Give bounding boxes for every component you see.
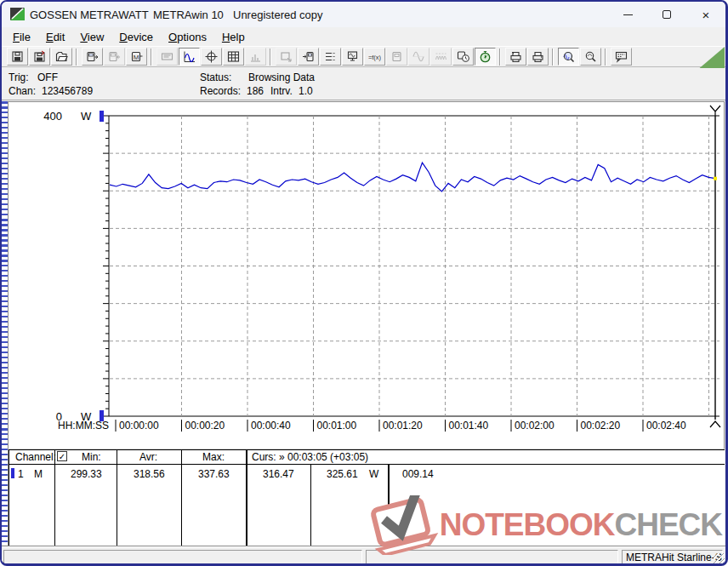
- save-disk-icon: [11, 50, 24, 63]
- open-folder-button[interactable]: [51, 48, 72, 66]
- formula-icon: =f(x): [368, 50, 381, 63]
- device-read-icon: [86, 50, 99, 63]
- cell-max: 337.63: [198, 468, 229, 480]
- zoom-signal-button[interactable]: [558, 48, 579, 66]
- save-disk-as-button[interactable]: [29, 48, 50, 66]
- device-config-icon: [390, 50, 403, 63]
- app-icon: [10, 8, 25, 20]
- close-button[interactable]: ×: [686, 2, 725, 27]
- svg-text:00:01:40: 00:01:40: [449, 420, 489, 432]
- device-config-button: [386, 48, 407, 66]
- resize-grip[interactable]: [714, 553, 725, 564]
- device-send-button[interactable]: [298, 48, 319, 66]
- app-window: GOSSEN METRAWATT METRAwin 10 Unregistere…: [0, 0, 728, 566]
- channel-table: Channel: ✓ Min: Avr: Max: Curs: » 00:03:…: [8, 449, 725, 546]
- tooltip-bubble-icon: [615, 50, 628, 63]
- print-button[interactable]: [527, 48, 549, 66]
- menu-view[interactable]: View: [72, 29, 111, 45]
- svg-text:M: M: [133, 54, 139, 61]
- menu-device[interactable]: Device: [111, 29, 161, 45]
- col-header-max: Max:: [202, 451, 225, 463]
- channel-checkbox[interactable]: ✓: [57, 451, 67, 461]
- view-scope-button[interactable]: [201, 48, 222, 66]
- svg-text:400: 400: [43, 110, 62, 123]
- col-header-channel: Channel:: [15, 451, 56, 463]
- channel-list-button[interactable]: [320, 48, 341, 66]
- device-monitor-button[interactable]: [342, 48, 363, 66]
- chan-value: 123456789: [42, 85, 93, 97]
- svg-text:00:01:00: 00:01:00: [317, 420, 357, 432]
- view-histogram-icon: [249, 50, 262, 63]
- wave-digital-button: [430, 48, 452, 66]
- wave-analog-icon: [412, 50, 425, 63]
- toolbar-separator: [270, 49, 271, 66]
- toolbar: M=f(x): [2, 46, 725, 67]
- cell-extra-value: 009.14: [402, 468, 434, 480]
- menu-file[interactable]: File: [5, 29, 38, 45]
- svg-text:00:02:40: 00:02:40: [646, 420, 686, 432]
- svg-text:00:00:20: 00:00:20: [185, 420, 225, 432]
- menu-help[interactable]: Help: [214, 29, 253, 45]
- minimize-button[interactable]: [608, 2, 647, 27]
- status-value: Browsing Data: [248, 71, 315, 83]
- svg-text:W: W: [81, 110, 92, 123]
- power-time-chart[interactable]: 00:00:0000:00:2000:00:4000:01:0000:01:20…: [9, 102, 724, 449]
- device-read-button[interactable]: [82, 48, 103, 66]
- timer-clock-icon: [457, 50, 469, 63]
- wave-analog-button: [408, 48, 429, 66]
- status-cell-left: [3, 550, 362, 564]
- timer-stopwatch-button[interactable]: [475, 48, 496, 66]
- maximize-icon: [663, 10, 671, 19]
- minimize-icon: [623, 14, 633, 15]
- view-histogram-button: [245, 48, 266, 66]
- svg-text:00:02:20: 00:02:20: [581, 420, 621, 432]
- device-memory-button[interactable]: M: [126, 48, 147, 66]
- device-monitor-icon: [346, 50, 359, 63]
- svg-text:00:01:20: 00:01:20: [383, 420, 423, 432]
- view-chart-button[interactable]: [179, 48, 200, 66]
- status-bar: METRAHit Starline-Seri: [2, 546, 725, 565]
- title-product: METRAwin 10: [153, 9, 224, 21]
- trig-label: Trig:: [9, 71, 29, 83]
- cell-min: 299.33: [71, 468, 101, 480]
- cell-cursor-a: 316.47: [263, 468, 293, 480]
- wave-digital-icon: [435, 50, 447, 63]
- status-cell-middle: [366, 550, 618, 564]
- view-table-icon: [227, 50, 240, 63]
- close-icon: ×: [702, 9, 710, 21]
- info-panel: Trig: OFF Chan: 123456789 Status: Browsi…: [2, 68, 725, 100]
- view-table-button[interactable]: [223, 48, 244, 66]
- menu-bar: FileEditViewDeviceOptionsHelp: [2, 27, 725, 46]
- svg-text:00:02:00: 00:02:00: [515, 420, 555, 432]
- vertical-splitter-rail[interactable]: [2, 101, 8, 545]
- device-read-off-icon: [108, 50, 121, 63]
- toolbar-separator: [552, 49, 554, 66]
- channel-list-icon: [324, 50, 337, 63]
- toolbar-separator: [151, 49, 152, 66]
- open-folder-icon: [55, 50, 68, 63]
- save-disk-button[interactable]: [7, 48, 28, 66]
- chart-panel[interactable]: 00:00:0000:00:2000:00:4000:01:0000:01:20…: [8, 101, 725, 449]
- view-scope-icon: [205, 50, 218, 63]
- print-report-button[interactable]: [505, 48, 526, 66]
- records-value: 186: [247, 85, 264, 97]
- timer-clock-button[interactable]: [452, 48, 474, 66]
- col-header-min: Min:: [82, 451, 101, 463]
- print-icon: [532, 50, 544, 63]
- interval-label: Intrv.: [270, 85, 293, 97]
- zoom-curve-icon: [584, 50, 597, 63]
- menu-edit[interactable]: Edit: [38, 29, 72, 45]
- display-lcd-button: [156, 48, 178, 66]
- tooltip-bubble-button[interactable]: [611, 48, 632, 66]
- zoom-curve-button[interactable]: [580, 48, 601, 66]
- status-label: Status:: [200, 71, 231, 83]
- display-lcd-icon: [161, 50, 173, 63]
- formula-button[interactable]: =f(x): [364, 48, 385, 66]
- toolbar-separator: [605, 49, 606, 66]
- title-license: Unregistered copy: [233, 9, 323, 21]
- window-arrange-icon: [280, 50, 293, 63]
- print-report-icon: [509, 50, 522, 63]
- maximize-button[interactable]: [647, 2, 686, 27]
- menu-options[interactable]: Options: [161, 29, 214, 45]
- svg-text:=f(x): =f(x): [368, 54, 381, 61]
